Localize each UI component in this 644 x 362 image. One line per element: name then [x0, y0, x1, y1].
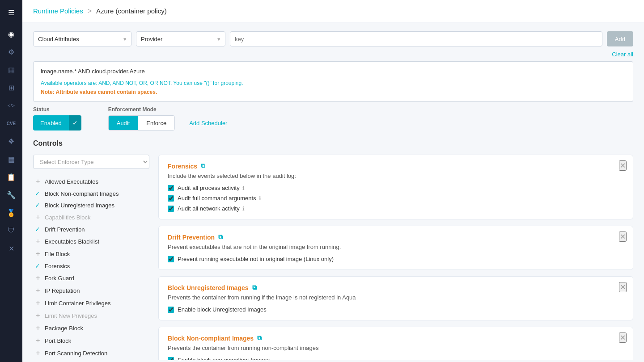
- item-label: Block Unregistered Images: [45, 202, 114, 209]
- wrench-icon[interactable]: 🔧: [3, 187, 19, 203]
- item-label: Package Block: [45, 325, 83, 332]
- enabled-check-button[interactable]: ✓: [69, 115, 81, 130]
- cve-icon[interactable]: CVE: [3, 115, 19, 131]
- list-item[interactable]: + IP Reputation: [33, 284, 149, 297]
- list-item[interactable]: ✓ Drift Prevention: [33, 223, 149, 235]
- network-icon[interactable]: ⊞: [3, 80, 19, 96]
- enforcer-type-select[interactable]: Select Enforcer Type: [33, 155, 149, 169]
- status-enforcement-row: Status Enabled ✓ Enforcement Mode Audit …: [33, 106, 633, 130]
- plus-icon: +: [35, 311, 41, 320]
- info-icon[interactable]: ℹ: [242, 206, 245, 212]
- controls-panels: Forensics ⧉ ✕ Include the events selecte…: [158, 155, 633, 360]
- controls-layout: Select Enforcer Type + Allowed Executabl…: [33, 155, 633, 360]
- add-scheduler-link[interactable]: Add Scheduler: [189, 120, 227, 126]
- clear-all-link[interactable]: Clear all: [612, 51, 633, 58]
- info-icon[interactable]: ℹ: [242, 185, 245, 191]
- block-noncompliant-panel-title: Block Non-compliant Images ⧉: [168, 334, 624, 342]
- prevent-executable-label: Prevent running executable not in origin…: [178, 256, 334, 262]
- item-label: Port Scanning Detection: [45, 350, 107, 357]
- content-area: Cloud Attributes ▾ Provider ▾ Add Clear …: [22, 22, 644, 362]
- enforcement-group: Audit Enforce: [108, 115, 175, 130]
- forensics-close-button[interactable]: ✕: [619, 160, 627, 171]
- block-unregistered-close-button[interactable]: ✕: [619, 282, 627, 292]
- item-label: Executables Blacklist: [45, 238, 99, 245]
- plus-icon: +: [35, 299, 41, 307]
- attribute-note: Note: Attribute values cannot contain sp…: [41, 89, 626, 95]
- reports-icon[interactable]: 📋: [3, 169, 19, 185]
- enable-block-noncompliant-checkbox[interactable]: [168, 357, 174, 361]
- checkbox-row: Audit all process activity ℹ: [168, 185, 624, 191]
- item-label: File Block: [45, 251, 70, 257]
- list-item[interactable]: + Allowed Executables: [33, 175, 149, 188]
- check-icon: ✓: [35, 262, 41, 269]
- item-label: Port Block: [45, 337, 71, 344]
- block-noncompliant-close-button[interactable]: ✕: [619, 333, 627, 343]
- copy-icon[interactable]: ⧉: [218, 233, 223, 241]
- list-item[interactable]: + Executables Blacklist: [33, 235, 149, 248]
- drift-prevention-panel: Drift Prevention ⧉ ✕ Prevent executables…: [158, 226, 633, 270]
- breadcrumb-parent[interactable]: Runtime Policies: [33, 7, 83, 15]
- hamburger-icon[interactable]: ☰: [3, 4, 19, 21]
- status-label: Status: [33, 106, 81, 113]
- list-item[interactable]: ✓ Forensics: [33, 260, 149, 272]
- list-item[interactable]: + Package Block: [33, 322, 149, 334]
- dashboard-icon[interactable]: ◉: [3, 26, 19, 42]
- list-item[interactable]: + Fork Guard: [33, 272, 149, 284]
- list-item[interactable]: ✓ Block Non-compliant Images: [33, 188, 149, 199]
- audit-process-label: Audit all process activity ℹ: [178, 185, 245, 191]
- prevent-executable-checkbox[interactable]: [168, 256, 174, 262]
- drift-prevention-close-button[interactable]: ✕: [619, 232, 627, 242]
- drift-prevention-description: Prevent executables that are not in the …: [168, 244, 624, 250]
- check-icon: ✓: [35, 202, 41, 209]
- enable-block-unregistered-checkbox[interactable]: [168, 307, 174, 313]
- provider-select[interactable]: Provider ▾: [136, 31, 225, 46]
- query-value[interactable]: image.name.* AND cloud.provider.Azure: [41, 68, 626, 75]
- block-unregistered-description: Prevents the container from running if t…: [168, 294, 624, 301]
- item-label: Block Non-compliant Images: [45, 190, 119, 197]
- calendar-icon[interactable]: ▦: [3, 151, 19, 167]
- cloud-attributes-select[interactable]: Cloud Attributes ▾: [33, 31, 131, 46]
- list-item[interactable]: + Port Scanning Detection: [33, 347, 149, 359]
- topbar: Runtime Policies > Azure (container poli…: [22, 0, 644, 22]
- sidebar: ☰ ◉ ⚙ ▦ ⊞ </> CVE ❖ ▦ 📋 🔧 🏅 🛡 ✕: [0, 0, 22, 362]
- audit-button[interactable]: Audit: [109, 116, 138, 130]
- check-icon: ✓: [35, 190, 41, 197]
- list-item[interactable]: + Port Block: [33, 334, 149, 347]
- copy-icon[interactable]: ⧉: [201, 162, 205, 170]
- block-unregistered-title-text: Block Unregistered Images: [168, 284, 249, 291]
- users-icon[interactable]: ❖: [3, 133, 19, 149]
- list-item-block-unregistered[interactable]: ✓ Block Unregistered Images: [33, 199, 149, 211]
- list-item[interactable]: + File Block: [33, 248, 149, 260]
- copy-icon[interactable]: ⧉: [252, 284, 257, 291]
- info-icon[interactable]: ℹ: [259, 195, 261, 202]
- list-item[interactable]: + Limit New Privileges: [33, 309, 149, 322]
- list-item[interactable]: + Limit Container Privileges: [33, 297, 149, 309]
- key-input[interactable]: [230, 31, 602, 46]
- item-label: Drift Prevention: [45, 226, 85, 233]
- enforce-button[interactable]: Enforce: [138, 116, 174, 130]
- drift-prevention-title-text: Drift Prevention: [168, 234, 215, 241]
- checkbox-row: Audit all network activity ℹ: [168, 205, 624, 212]
- plus-icon: +: [35, 177, 41, 185]
- close-x-icon[interactable]: ✕: [3, 240, 19, 257]
- plus-icon: +: [35, 286, 41, 295]
- layers-icon[interactable]: ▦: [3, 62, 19, 78]
- audit-command-checkbox[interactable]: [168, 195, 174, 202]
- add-button[interactable]: Add: [607, 31, 633, 46]
- item-label: Fork Guard: [45, 275, 74, 282]
- query-box: image.name.* AND cloud.provider.Azure Av…: [33, 61, 633, 102]
- status-controls: Enabled ✓: [33, 115, 81, 130]
- enabled-button[interactable]: Enabled: [33, 115, 69, 130]
- audit-network-checkbox[interactable]: [168, 206, 174, 212]
- gear-icon[interactable]: ⚙: [3, 44, 19, 60]
- code-icon[interactable]: </>: [3, 97, 19, 114]
- checkbox-row: Prevent running executable not in origin…: [168, 256, 624, 262]
- plus-icon: +: [35, 237, 41, 245]
- award-icon[interactable]: 🏅: [3, 205, 19, 221]
- controls-list: Select Enforcer Type + Allowed Executabl…: [33, 155, 149, 360]
- list-item[interactable]: + Capabilities Block: [33, 211, 149, 223]
- shield-icon[interactable]: 🛡: [3, 223, 19, 239]
- audit-process-checkbox[interactable]: [168, 185, 174, 191]
- copy-icon[interactable]: ⧉: [257, 334, 262, 342]
- forensics-title-text: Forensics: [168, 163, 197, 170]
